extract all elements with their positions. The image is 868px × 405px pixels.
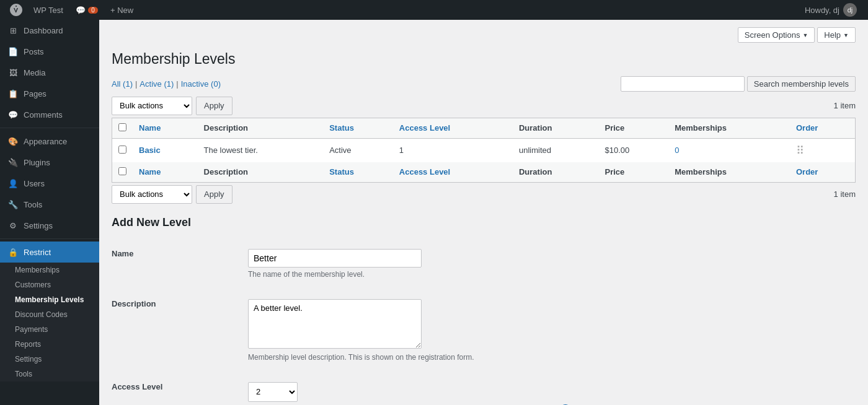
search-button[interactable]: Search membership levels — [747, 76, 856, 92]
col-header-name-link[interactable]: Name — [139, 123, 161, 133]
top-bulk-bar: Bulk actions Apply 1 item — [112, 97, 856, 115]
form-label-description: Description — [112, 289, 248, 372]
name-hint: The name of the membership level. — [248, 270, 856, 279]
col-header-checkbox — [112, 118, 133, 138]
col-footer-duration: Duration — [513, 162, 599, 183]
pages-icon: 📋 — [7, 88, 19, 99]
top-apply-button[interactable]: Apply — [196, 97, 232, 115]
col-header-access-level-link[interactable]: Access Level — [399, 123, 450, 133]
row-access-level-cell: 1 — [393, 138, 513, 162]
row-order-cell: ⠿ — [790, 138, 856, 162]
admin-menu: ⊞ Dashboard 📄 Posts 🖼 Media 📋 Pages 💬 Co… — [0, 20, 99, 405]
submenu-item-discount-codes[interactable]: Discount Codes — [0, 307, 99, 322]
filter-sep2: | — [176, 79, 178, 89]
bottom-bulk-select[interactable]: Bulk actions — [112, 185, 192, 204]
screen-meta-bar: Screen Options ▼ Help ▼ — [112, 27, 856, 43]
menu-item-pages[interactable]: 📋 Pages — [0, 83, 99, 104]
submenu-item-reports[interactable]: Reports — [0, 337, 99, 352]
row-memberships-cell: 0 — [668, 138, 790, 162]
table-header-row: Name Description Status Access Level Dur… — [112, 118, 856, 138]
row-status-cell: Active — [323, 138, 393, 162]
comments-icon: 💬 — [7, 109, 19, 120]
row-memberships-link[interactable]: 0 — [675, 146, 679, 155]
table-body: Basic The lowest tier. Active 1 unlimite… — [112, 138, 856, 162]
media-icon: 🖼 — [7, 67, 19, 78]
table-toolbar-top: All (1) | Active (1) | Inactive (0) Sear… — [112, 76, 856, 92]
row-name-link[interactable]: Basic — [139, 146, 161, 155]
user-avatar: dj — [843, 3, 857, 17]
col-footer-access-level-link[interactable]: Access Level — [399, 167, 450, 176]
tools-icon: 🔧 — [7, 199, 19, 210]
description-textarea[interactable]: A better level. — [248, 299, 422, 349]
search-input[interactable] — [621, 76, 745, 92]
screen-options-button[interactable]: Screen Options ▼ — [738, 27, 815, 43]
col-footer-status: Status — [323, 162, 393, 183]
filter-active[interactable]: Active (1) — [140, 79, 174, 89]
menu-item-appearance[interactable]: 🎨 Appearance — [0, 131, 99, 152]
submenu-restrict: Memberships Customers Membership Levels … — [0, 263, 99, 381]
menu-item-restrict[interactable]: 🔒 Restrict — [0, 242, 99, 263]
plugins-icon: 🔌 — [7, 157, 19, 168]
add-new-title: Add New Level — [112, 216, 856, 229]
add-new-section: Add New Level Name The name of the membe… — [112, 216, 856, 405]
menu-item-comments[interactable]: 💬 Comments — [0, 104, 99, 125]
adminbar-new[interactable]: + New — [104, 0, 140, 20]
submenu-item-membership-levels[interactable]: Membership Levels — [0, 292, 99, 307]
col-footer-order-link[interactable]: Order — [796, 167, 818, 176]
adminbar-howdy[interactable]: Howdy, dj dj — [799, 3, 863, 17]
adminbar-comments[interactable]: 💬 0 — [69, 0, 104, 20]
menu-item-media[interactable]: 🖼 Media — [0, 62, 99, 83]
submenu-item-tools[interactable]: Tools — [0, 367, 99, 381]
dashboard-icon: ⊞ — [7, 25, 19, 36]
posts-icon: 📄 — [7, 46, 19, 57]
col-footer-memberships: Memberships — [668, 162, 790, 183]
table-filters: All (1) | Active (1) | Inactive (0) — [112, 79, 221, 89]
col-header-duration: Duration — [513, 118, 599, 138]
col-header-memberships: Memberships — [668, 118, 790, 138]
top-bulk-select[interactable]: Bulk actions — [112, 97, 192, 115]
filter-inactive[interactable]: Inactive (0) — [181, 79, 221, 89]
membership-levels-table: Name Description Status Access Level Dur… — [112, 118, 856, 183]
form-row-name: Name The name of the membership level. — [112, 239, 856, 289]
row-checkbox-cell — [112, 138, 133, 162]
settings-icon: ⚙ — [7, 220, 19, 231]
menu-item-tools[interactable]: 🔧 Tools — [0, 194, 99, 215]
submenu-item-payments[interactable]: Payments — [0, 322, 99, 337]
form-label-access-level: Access Level — [112, 372, 248, 405]
menu-item-plugins[interactable]: 🔌 Plugins — [0, 152, 99, 173]
submenu-item-memberships[interactable]: Memberships — [0, 263, 99, 277]
adminbar-site-name[interactable]: WP Test — [27, 0, 69, 20]
menu-item-users[interactable]: 👤 Users — [0, 173, 99, 194]
wp-logo[interactable] — [5, 4, 27, 16]
adminbar-right: Howdy, dj dj — [799, 3, 863, 17]
select-all-checkbox-top[interactable] — [118, 123, 126, 131]
col-header-status: Status — [323, 118, 393, 138]
menu-item-settings[interactable]: ⚙ Settings — [0, 215, 99, 236]
drag-handle-icon[interactable]: ⠿ — [796, 144, 804, 157]
row-checkbox[interactable] — [118, 146, 126, 154]
table-footer-row: Name Description Status Access Level Dur… — [112, 162, 856, 183]
filter-all[interactable]: All (1) — [112, 79, 133, 89]
submenu-item-customers[interactable]: Customers — [0, 277, 99, 292]
form-row-description: Description A better level. Membership l… — [112, 289, 856, 372]
bottom-apply-button[interactable]: Apply — [196, 185, 232, 204]
main-content: Screen Options ▼ Help ▼ Membership Level… — [99, 20, 868, 405]
submenu-item-settings[interactable]: Settings — [0, 352, 99, 367]
col-footer-name-link[interactable]: Name — [139, 167, 161, 176]
users-icon: 👤 — [7, 178, 19, 189]
col-header-status-link[interactable]: Status — [329, 123, 354, 133]
description-hint: Membership level description. This is sh… — [248, 353, 856, 362]
form-label-name: Name — [112, 239, 248, 289]
name-input[interactable] — [248, 249, 422, 268]
menu-item-posts[interactable]: 📄 Posts — [0, 41, 99, 62]
col-header-order-link[interactable]: Order — [796, 123, 818, 133]
select-all-checkbox-bottom[interactable] — [118, 167, 126, 175]
menu-item-dashboard[interactable]: ⊞ Dashboard — [0, 20, 99, 41]
help-button[interactable]: Help ▼ — [817, 27, 856, 43]
appearance-icon: 🎨 — [7, 136, 19, 147]
admin-bar: WP Test 💬 0 + New Howdy, dj dj — [0, 0, 868, 20]
col-header-description: Description — [198, 118, 324, 138]
col-footer-status-link[interactable]: Status — [329, 167, 354, 176]
add-new-form-table: Name The name of the membership level. D… — [112, 239, 856, 405]
access-level-select[interactable]: None 1 2 3 4 5 — [248, 382, 298, 402]
